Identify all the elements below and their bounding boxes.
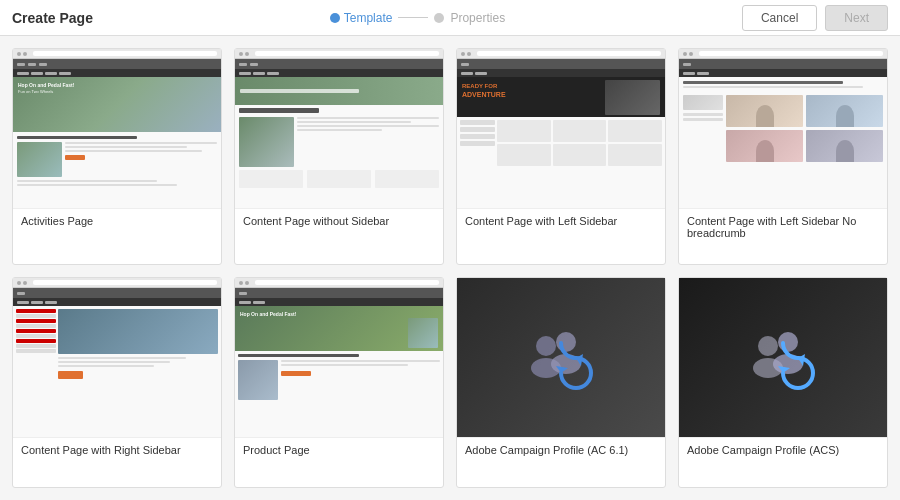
- template-preview-adobe-campaign-acs: [679, 278, 887, 438]
- nav-item: [253, 301, 265, 304]
- sidebar-item: [16, 334, 56, 338]
- nav-item: [697, 72, 709, 75]
- person-card: [726, 95, 803, 127]
- hero-section: Hop On and Pedal Fast! Fun on Two Wheels: [13, 77, 221, 132]
- page-header-bar: [679, 59, 887, 69]
- browser-bar: [235, 278, 443, 288]
- page-header-bar: [13, 59, 221, 69]
- wizard-stepper: Template Properties: [330, 11, 505, 25]
- sidebar-item: [460, 127, 495, 132]
- svg-point-2: [556, 332, 576, 352]
- sidebar-link-active: [16, 309, 56, 313]
- header-actions: Cancel Next: [742, 5, 888, 31]
- text-line: [58, 361, 170, 363]
- text-block: [297, 117, 439, 167]
- svg-point-6: [758, 336, 778, 356]
- page-nav: [457, 69, 665, 77]
- template-label-content-right-sidebar: Content Page with Right Sidebar: [13, 438, 221, 468]
- text-block: [65, 142, 217, 177]
- template-preview-content-left-sidebar-no-breadcrumb: [679, 49, 887, 209]
- template-adobe-campaign-acs[interactable]: Adobe Campaign Profile (ACS): [678, 277, 888, 488]
- hero-section: READY FOR ADVENTURE: [457, 77, 665, 117]
- page-header-bar: [457, 59, 665, 69]
- mini-browser: [235, 49, 443, 208]
- mini-browser-activities: Hop On and Pedal Fast! Fun on Two Wheels: [13, 49, 221, 208]
- text-line: [281, 364, 408, 366]
- nav-item: [17, 301, 29, 304]
- browser-dot: [467, 52, 471, 56]
- product-image: [238, 360, 278, 400]
- browser-address: [255, 51, 439, 56]
- next-button[interactable]: Next: [825, 5, 888, 31]
- hero-text: [240, 89, 359, 93]
- template-preview-adobe-campaign-ac: [457, 278, 665, 438]
- template-label-adobe-campaign-ac: Adobe Campaign Profile (AC 6.1): [457, 438, 665, 468]
- sidebar-head: [683, 95, 723, 110]
- sidebar-text: [683, 113, 723, 116]
- hero-image: [605, 80, 660, 115]
- buy-button: [281, 371, 311, 376]
- person-avatar: [836, 105, 854, 127]
- browser-address: [699, 51, 883, 56]
- template-activities[interactable]: Hop On and Pedal Fast! Fun on Two Wheels: [12, 48, 222, 265]
- template-content-no-sidebar[interactable]: Content Page without Sidebar: [234, 48, 444, 265]
- text-line: [17, 184, 177, 186]
- browser-bar: [457, 49, 665, 59]
- browser-dot: [683, 52, 687, 56]
- text-line: [683, 86, 863, 88]
- hero-bike-image: [408, 318, 438, 348]
- browser-bar: [13, 278, 221, 288]
- content-image: [17, 142, 62, 177]
- cancel-button[interactable]: Cancel: [742, 5, 817, 31]
- secondary-row: [239, 170, 439, 188]
- page-nav: [235, 69, 443, 77]
- sidebar-item: [16, 349, 56, 353]
- content-row: [239, 117, 439, 167]
- template-label-content-left-sidebar-no-breadcrumb: Content Page with Left Sidebar No breadc…: [679, 209, 887, 245]
- browser-dot: [23, 281, 27, 285]
- product-grid: [497, 120, 662, 166]
- main-content: [58, 309, 218, 379]
- template-content-left-sidebar[interactable]: READY FOR ADVENTURE: [456, 48, 666, 265]
- hero-sub: ADVENTURE: [462, 91, 506, 98]
- content-title: [17, 136, 137, 139]
- mini-browser: READY FOR ADVENTURE: [457, 49, 665, 208]
- template-content-left-sidebar-no-breadcrumb[interactable]: Content Page with Left Sidebar No breadc…: [678, 48, 888, 265]
- template-preview-content-left-sidebar: READY FOR ADVENTURE: [457, 49, 665, 209]
- nav-item: [683, 72, 695, 75]
- template-label-content-left-sidebar: Content Page with Left Sidebar: [457, 209, 665, 239]
- intro-text: [683, 81, 843, 84]
- template-product-page[interactable]: Hop On and Pedal Fast!: [234, 277, 444, 488]
- mini-content: Hop On and Pedal Fast! Fun on Two Wheels: [13, 59, 221, 208]
- sidebar-item: [460, 141, 495, 146]
- step-template: Template: [330, 11, 393, 25]
- template-content-right-sidebar[interactable]: Content Page with Right Sidebar: [12, 277, 222, 488]
- sidebar-item: [460, 120, 495, 125]
- mini-browser: [679, 49, 887, 208]
- nav-logo: [17, 292, 25, 295]
- hero-sub: Fun on Two Wheels: [18, 89, 53, 94]
- hero-section: Hop On and Pedal Fast!: [235, 306, 443, 351]
- template-preview-content-no-sidebar: [235, 49, 443, 209]
- nav-item: [267, 72, 279, 75]
- nav-item: [31, 72, 43, 75]
- text-line: [297, 129, 382, 131]
- template-adobe-campaign-ac[interactable]: Adobe Campaign Profile (AC 6.1): [456, 277, 666, 488]
- page-header-bar: [13, 288, 221, 298]
- text-line: [65, 150, 202, 152]
- sidebar: [683, 95, 723, 162]
- page-header: Create Page Template Properties Cancel N…: [0, 0, 900, 36]
- nav-item: [17, 72, 29, 75]
- sidebar: [460, 120, 495, 166]
- nav-item: [45, 72, 57, 75]
- person-grid: [726, 95, 883, 162]
- hero-image: [58, 309, 218, 354]
- browser-dot: [17, 52, 21, 56]
- mini-browser: [13, 278, 221, 437]
- template-preview-content-right-sidebar: [13, 278, 221, 438]
- person-card: [806, 130, 883, 162]
- nav-logo: [239, 292, 247, 295]
- text-line: [297, 125, 439, 127]
- browser-dot: [239, 52, 243, 56]
- page-header-bar: [235, 59, 443, 69]
